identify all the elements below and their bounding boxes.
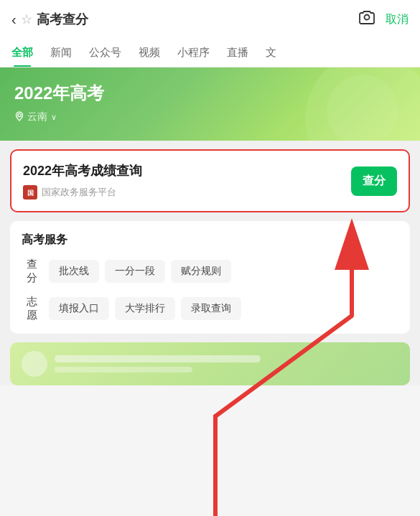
services-title: 高考服务 bbox=[22, 233, 398, 248]
svg-point-0 bbox=[18, 113, 21, 116]
result-card: 2022年高考成绩查询 国 国家政务服务平台 查分 bbox=[10, 149, 410, 212]
services-card: 高考服务 查分 批次线 一分一段 赋分规则 志愿 填报入口 大学排行 录取查询 bbox=[10, 221, 410, 334]
hint-lines bbox=[55, 355, 398, 372]
hint-line-2 bbox=[55, 367, 192, 372]
bottom-hint-card bbox=[10, 342, 410, 385]
hint-line-1 bbox=[55, 355, 261, 362]
tab-live[interactable]: 直播 bbox=[218, 39, 257, 67]
svg-text:国: 国 bbox=[27, 189, 34, 197]
top-bar: ‹ ☆ 高考查分 取消 bbox=[0, 0, 420, 39]
tag-score-rule[interactable]: 赋分规则 bbox=[171, 260, 231, 283]
tag-batch-line[interactable]: 批次线 bbox=[49, 260, 99, 283]
tab-news[interactable]: 新闻 bbox=[42, 39, 80, 67]
source-name: 国家政务服务平台 bbox=[42, 186, 116, 199]
tag-admission[interactable]: 录取查询 bbox=[181, 297, 241, 320]
tag-uni-rank[interactable]: 大学排行 bbox=[115, 297, 175, 320]
top-bar-right: 取消 bbox=[358, 9, 409, 30]
result-source: 国 国家政务服务平台 bbox=[23, 185, 342, 200]
source-logo: 国 bbox=[23, 185, 37, 200]
tab-article[interactable]: 文 bbox=[257, 39, 285, 67]
tag-score-segment[interactable]: 一分一段 bbox=[105, 260, 165, 283]
tab-all[interactable]: 全部 bbox=[3, 39, 42, 67]
tab-bar: 全部 新闻 公众号 视频 小程序 直播 文 bbox=[0, 39, 420, 67]
result-card-title: 2022年高考成绩查询 bbox=[23, 162, 342, 179]
chevron-down-icon: ∨ bbox=[51, 113, 57, 122]
tag-fill-form[interactable]: 填报入口 bbox=[49, 297, 109, 320]
cancel-button[interactable]: 取消 bbox=[386, 12, 409, 27]
query-button[interactable]: 查分 bbox=[351, 166, 397, 196]
hero-title: 2022年高考 bbox=[14, 82, 406, 105]
main-content: 2022年高考 云南 ∨ 2022年高考成绩查询 国 bbox=[0, 67, 420, 385]
services-row-2: 志愿 填报入口 大学排行 录取查询 bbox=[22, 295, 398, 322]
tab-official[interactable]: 公众号 bbox=[80, 39, 130, 67]
tab-video[interactable]: 视频 bbox=[130, 39, 169, 67]
service-tags-2: 填报入口 大学排行 录取查询 bbox=[49, 297, 398, 320]
star-icon[interactable]: ☆ bbox=[21, 11, 32, 27]
row-label-1: 查分 bbox=[22, 258, 42, 285]
location-pin-icon bbox=[14, 111, 24, 123]
location-text: 云南 bbox=[27, 111, 47, 123]
hero-location[interactable]: 云南 ∨ bbox=[14, 111, 406, 123]
top-bar-left: ‹ ☆ 高考查分 bbox=[11, 11, 88, 28]
hint-circle bbox=[22, 351, 47, 377]
service-tags-1: 批次线 一分一段 赋分规则 bbox=[49, 260, 398, 283]
services-row-1: 查分 批次线 一分一段 赋分规则 bbox=[22, 258, 398, 285]
page-title: 高考查分 bbox=[37, 11, 88, 28]
result-card-left: 2022年高考成绩查询 国 国家政务服务平台 bbox=[23, 162, 342, 200]
camera-icon[interactable] bbox=[358, 9, 375, 30]
tab-miniprogram[interactable]: 小程序 bbox=[169, 39, 218, 67]
back-icon[interactable]: ‹ bbox=[11, 11, 17, 28]
row-label-2: 志愿 bbox=[22, 295, 42, 322]
hero-card: 2022年高考 云南 ∨ bbox=[0, 67, 420, 141]
